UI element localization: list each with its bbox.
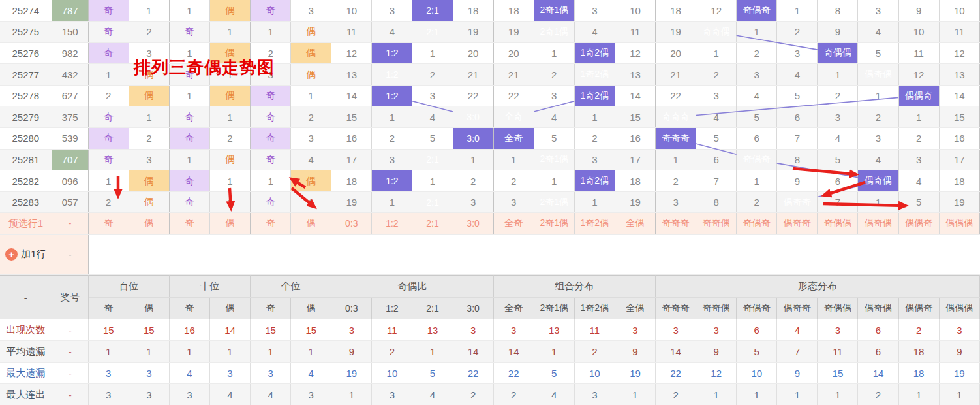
trend-cell: 17: [331, 149, 372, 170]
trend-cell: 2: [372, 128, 412, 150]
stats-value: 7: [777, 341, 818, 363]
trend-cell: 3: [858, 0, 898, 22]
trend-cell: 5: [777, 85, 818, 106]
trend-cell: 1: [169, 85, 209, 106]
trend-cell: 1奇2偶: [574, 170, 615, 192]
stats-value: 4: [209, 384, 250, 405]
stats-value: 14: [209, 319, 250, 341]
preselect-cell[interactable]: 偶偶奇: [898, 213, 939, 235]
stats-value: 11: [372, 319, 412, 341]
stats-value: 3: [939, 319, 979, 341]
column-header: 偶偶偶: [939, 298, 979, 319]
group-header: 形态分布: [656, 276, 980, 298]
column-header: 全偶: [615, 298, 655, 319]
preselect-cell[interactable]: 1奇2偶: [574, 213, 615, 235]
trend-cell: 2:1: [412, 22, 453, 43]
stats-value: 3: [372, 384, 412, 405]
preselect-cell[interactable]: 偶奇奇: [777, 213, 818, 235]
stats-value: 3: [291, 384, 331, 405]
trend-cell: 3: [291, 0, 331, 22]
trend-cell: 偶: [291, 64, 331, 86]
trend-cell: 2:1: [412, 0, 453, 22]
trend-cell: 全奇: [493, 106, 534, 128]
trend-cell: 3: [656, 191, 696, 213]
trend-cell: 13: [939, 64, 979, 86]
trend-cell: 10: [898, 22, 939, 43]
trend-cell: 6: [737, 128, 777, 150]
preselect-cell[interactable]: 偶: [129, 213, 169, 235]
preselect-cell[interactable]: 奇: [88, 213, 129, 235]
trend-cell: 1: [129, 0, 169, 22]
trend-cell: 3: [574, 149, 615, 170]
stats-value: 6: [737, 319, 777, 341]
trend-cell: 3: [574, 0, 615, 22]
preselect-cell[interactable]: 偶: [209, 213, 250, 235]
trend-cell: 奇: [251, 149, 291, 170]
stats-value: 15: [129, 319, 169, 341]
trend-cell: 1: [251, 170, 291, 192]
preselect-cell[interactable]: 奇偶奇: [737, 213, 777, 235]
trend-cell: 奇偶奇: [737, 0, 777, 22]
add-row-button-cell[interactable]: +加1行: [0, 235, 52, 275]
group-header: 奇偶比: [331, 276, 493, 298]
trend-cell: 5: [818, 149, 858, 170]
preselect-cell[interactable]: 全偶: [615, 213, 655, 235]
preselect-cell[interactable]: 奇奇奇: [656, 213, 696, 235]
column-header: 1:2: [372, 298, 412, 319]
stats-row: 最大连出-3334431342243121111211: [0, 384, 980, 405]
preselect-cell[interactable]: 偶偶偶: [939, 213, 979, 235]
trend-cell: 1: [534, 42, 574, 64]
trend-cell: 奇: [251, 191, 291, 213]
preselect-cell[interactable]: 2奇1偶: [534, 213, 574, 235]
preselect-cell[interactable]: 1:2: [372, 213, 412, 235]
group-header: 百位: [88, 276, 169, 298]
stats-value: 2: [453, 384, 493, 405]
chart-title-watermark: 排列三奇偶走势图: [134, 56, 275, 79]
column-header: 3:0: [453, 298, 493, 319]
trend-cell: 奇奇奇: [656, 128, 696, 150]
trend-cell: 3: [372, 149, 412, 170]
stats-value: 3: [88, 384, 129, 405]
preselect-cell[interactable]: 偶奇偶: [858, 213, 898, 235]
preselect-cell[interactable]: 奇: [169, 213, 209, 235]
trend-cell: 2: [291, 106, 331, 128]
stats-value: 3: [574, 384, 615, 405]
trend-cell: 奇偶偶: [818, 42, 858, 64]
group-header: 十位: [169, 276, 250, 298]
preselect-cell[interactable]: 3:0: [453, 213, 493, 235]
trend-cell: 8: [818, 0, 858, 22]
trend-cell: 1: [453, 149, 493, 170]
stats-table: -奖号百位十位个位奇偶比组合分布形态分布奇偶奇偶奇偶0:31:22:13:0全奇…: [0, 275, 980, 405]
trend-cell: 9: [818, 22, 858, 43]
trend-cell: 奇: [251, 128, 291, 150]
stats-value: 2: [493, 384, 534, 405]
trend-cell: 3:0: [453, 128, 493, 150]
stats-row-label: 出现次数: [0, 319, 52, 341]
trend-cell: 偶: [291, 170, 331, 192]
trend-cell: 2: [453, 170, 493, 192]
stats-value: 2: [372, 341, 412, 363]
preselect-cell[interactable]: 奇: [251, 213, 291, 235]
preselect-cell[interactable]: 全奇: [493, 213, 534, 235]
trend-cell: 2: [696, 64, 737, 86]
preselect-cell[interactable]: 奇奇偶: [696, 213, 737, 235]
preselect-cell[interactable]: 2:1: [412, 213, 453, 235]
prize-number-cell: 375: [52, 106, 88, 128]
preselect-cell[interactable]: 偶: [291, 213, 331, 235]
trend-cell: 4: [818, 128, 858, 150]
stats-value: 15: [251, 319, 291, 341]
trend-cell: 10: [939, 0, 979, 22]
stats-row: 最大遗漏-33433419105222251019221210915141819: [0, 363, 980, 384]
trend-cell: 20: [656, 42, 696, 64]
stats-value: 14: [493, 341, 534, 363]
stats-value: 10: [372, 363, 412, 384]
trend-cell: 21: [493, 64, 534, 86]
trend-cell: 奇: [88, 0, 129, 22]
preselect-cell[interactable]: 0:3: [331, 213, 372, 235]
add-row-button[interactable]: +加1行: [0, 248, 52, 261]
trend-cell: 全奇: [493, 128, 534, 150]
trend-cell: 奇: [88, 149, 129, 170]
column-header: 奇: [251, 298, 291, 319]
trend-cell: 5: [696, 128, 737, 150]
preselect-cell[interactable]: 奇偶偶: [818, 213, 858, 235]
